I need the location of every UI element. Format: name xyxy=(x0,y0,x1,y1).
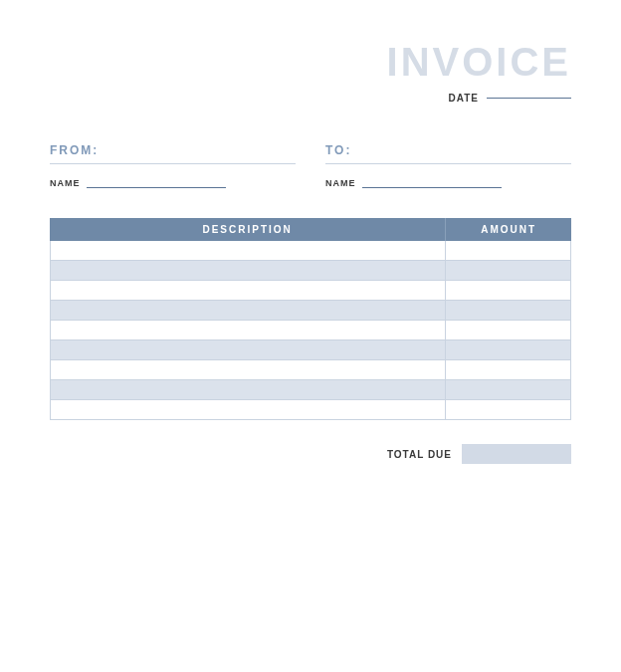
invoice-header: INVOICE DATE xyxy=(50,40,571,104)
table-row xyxy=(50,321,571,340)
description-cell[interactable] xyxy=(50,321,446,340)
description-cell[interactable] xyxy=(50,380,446,400)
table-row xyxy=(50,301,571,321)
description-header: DESCRIPTION xyxy=(50,218,446,241)
table-row xyxy=(50,380,571,400)
total-row: TOTAL DUE xyxy=(50,444,571,464)
date-field[interactable] xyxy=(487,98,571,99)
description-cell[interactable] xyxy=(50,340,446,360)
table-row xyxy=(50,400,571,420)
total-label: TOTAL DUE xyxy=(387,449,452,460)
description-cell[interactable] xyxy=(50,400,446,420)
amount-cell[interactable] xyxy=(446,380,571,400)
amount-cell[interactable] xyxy=(446,340,571,360)
invoice-title: INVOICE xyxy=(50,40,571,85)
description-cell[interactable] xyxy=(50,360,446,380)
amount-cell[interactable] xyxy=(446,321,571,340)
date-row: DATE xyxy=(50,93,571,104)
description-cell[interactable] xyxy=(50,241,446,261)
to-label: TO: xyxy=(325,143,571,164)
table-row xyxy=(50,360,571,380)
description-cell[interactable] xyxy=(50,301,446,321)
from-name-row: NAME xyxy=(50,178,296,188)
from-party: FROM: NAME xyxy=(50,143,296,188)
to-name-field[interactable] xyxy=(362,187,502,188)
table-row xyxy=(50,241,571,261)
to-name-label: NAME xyxy=(325,178,356,188)
amount-cell[interactable] xyxy=(446,241,571,261)
from-label: FROM: xyxy=(50,143,296,164)
amount-header: AMOUNT xyxy=(446,218,571,241)
line-items-body xyxy=(50,241,571,420)
date-label: DATE xyxy=(449,93,479,104)
table-row xyxy=(50,261,571,281)
total-field[interactable] xyxy=(462,444,571,464)
from-name-label: NAME xyxy=(50,178,81,188)
from-name-field[interactable] xyxy=(87,187,226,188)
table-row xyxy=(50,340,571,360)
to-name-row: NAME xyxy=(325,178,571,188)
line-items-table: DESCRIPTION AMOUNT xyxy=(50,218,571,420)
amount-cell[interactable] xyxy=(446,400,571,420)
description-cell[interactable] xyxy=(50,261,446,281)
to-party: TO: NAME xyxy=(325,143,571,188)
table-row xyxy=(50,281,571,301)
amount-cell[interactable] xyxy=(446,301,571,321)
amount-cell[interactable] xyxy=(446,261,571,281)
parties-section: FROM: NAME TO: NAME xyxy=(50,143,571,188)
amount-cell[interactable] xyxy=(446,360,571,380)
description-cell[interactable] xyxy=(50,281,446,301)
amount-cell[interactable] xyxy=(446,281,571,301)
